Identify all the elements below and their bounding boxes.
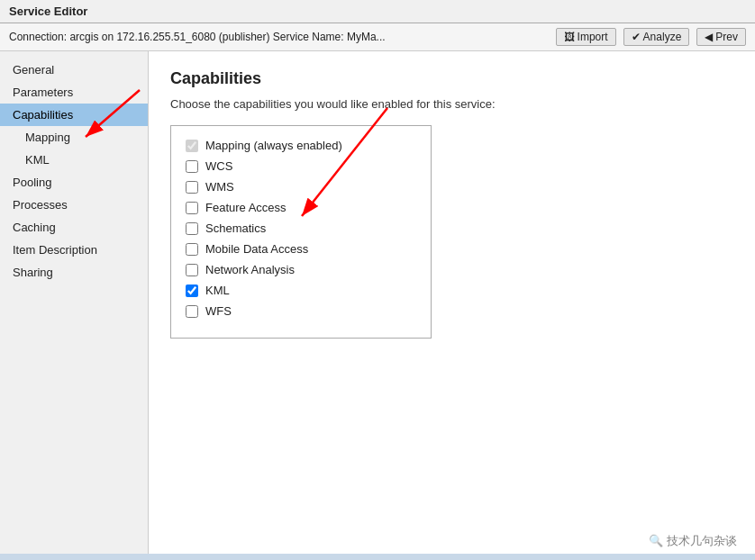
sidebar-item-capabilities[interactable]: Capabilities [0, 104, 148, 126]
cap-checkbox-kml[interactable] [186, 285, 198, 297]
prev-label: Prev [715, 31, 738, 43]
cap-checkbox-wms[interactable] [186, 181, 198, 194]
sidebar: General Parameters Capabilities Mapping … [0, 51, 149, 554]
analyze-button[interactable]: ✔ Analyze [623, 28, 690, 46]
capabilities-box: Mapping (always enabled) WCS WMS Feature… [170, 125, 432, 339]
sidebar-item-caching[interactable]: Caching [0, 216, 148, 239]
cap-checkbox-schematics[interactable] [186, 222, 198, 235]
cap-checkbox-network-analysis[interactable] [186, 264, 198, 276]
cap-item-network-analysis: Network Analysis [186, 263, 416, 276]
analyze-label: Analyze [643, 31, 682, 43]
toolbar-buttons: 🖼 Import ✔ Analyze ◀ Prev [556, 28, 746, 46]
prev-icon: ◀ [705, 31, 713, 43]
cap-checkbox-feature-access[interactable] [186, 202, 198, 214]
cap-label-network-analysis[interactable]: Network Analysis [205, 263, 295, 276]
cap-item-wcs: WCS [186, 159, 416, 173]
cap-item-kml: KML [186, 284, 416, 297]
cap-checkbox-mobile-data-access[interactable] [186, 243, 198, 256]
import-label: Import [578, 31, 608, 43]
cap-item-wms: WMS [186, 180, 416, 194]
sidebar-item-mapping[interactable]: Mapping [0, 126, 148, 149]
page-heading: Capabilities [170, 69, 733, 88]
cap-label-mapping[interactable]: Mapping (always enabled) [205, 139, 342, 152]
sidebar-item-sharing[interactable]: Sharing [0, 261, 148, 284]
cap-item-feature-access: Feature Access [186, 201, 416, 214]
cap-item-wfs: WFS [186, 304, 416, 318]
cap-label-wfs[interactable]: WFS [205, 304, 232, 318]
analyze-icon: ✔ [632, 31, 641, 43]
cap-item-schematics: Schematics [186, 221, 416, 235]
sidebar-item-parameters[interactable]: Parameters [0, 81, 148, 104]
connection-bar: Connection: arcgis on 172.16.255.51_6080… [0, 23, 755, 51]
watermark-text: 技术几句杂谈 [667, 534, 737, 547]
cap-checkbox-wcs[interactable] [186, 160, 198, 173]
page-subtitle: Choose the capabilities you would like e… [170, 97, 733, 111]
import-button[interactable]: 🖼 Import [556, 28, 616, 46]
watermark-icon: 🔍 [649, 534, 667, 547]
cap-checkbox-mapping[interactable] [186, 140, 198, 152]
sidebar-item-item-description[interactable]: Item Description [0, 239, 148, 261]
watermark: 🔍 技术几句杂谈 [649, 533, 737, 549]
sidebar-item-pooling[interactable]: Pooling [0, 171, 148, 194]
main-container: General Parameters Capabilities Mapping … [0, 51, 755, 554]
cap-checkbox-wfs[interactable] [186, 305, 198, 318]
sidebar-item-general[interactable]: General [0, 59, 148, 81]
title-bar: Service Editor [0, 0, 755, 23]
connection-text: Connection: arcgis on 172.16.255.51_6080… [9, 31, 556, 43]
cap-item-mobile-data-access: Mobile Data Access [186, 242, 416, 256]
cap-label-schematics[interactable]: Schematics [205, 221, 266, 235]
title-bar-text: Service Editor [9, 5, 87, 18]
cap-label-wcs[interactable]: WCS [205, 159, 232, 173]
cap-item-mapping: Mapping (always enabled) [186, 139, 416, 152]
cap-label-feature-access[interactable]: Feature Access [205, 201, 287, 214]
content-panel: Capabilities Choose the capabilities you… [149, 51, 755, 554]
cap-label-mobile-data-access[interactable]: Mobile Data Access [205, 242, 308, 256]
import-icon: 🖼 [564, 31, 575, 43]
sidebar-item-processes[interactable]: Processes [0, 194, 148, 216]
sidebar-item-kml-sub[interactable]: KML [0, 149, 148, 171]
prev-button[interactable]: ◀ Prev [696, 28, 746, 46]
cap-label-kml[interactable]: KML [205, 284, 230, 297]
cap-label-wms[interactable]: WMS [205, 180, 234, 194]
